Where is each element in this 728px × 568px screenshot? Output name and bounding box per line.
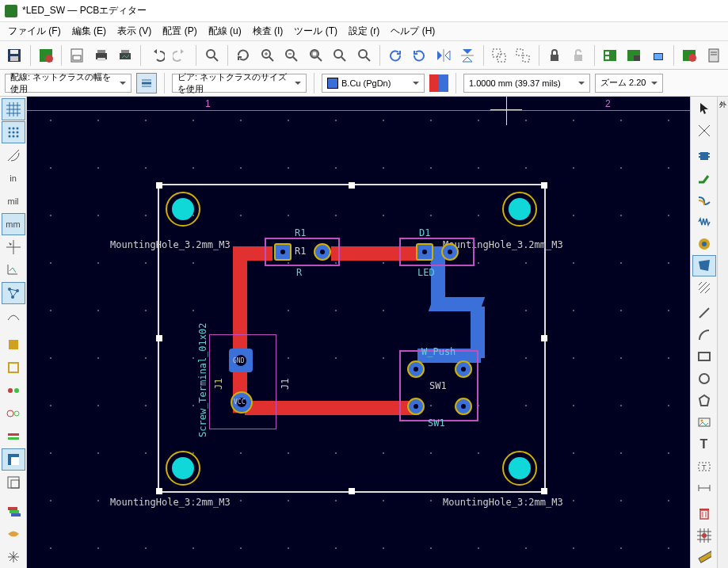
layer-select[interactable]: B.Cu (PgDn) <box>322 74 425 93</box>
units-mil-button[interactable]: mil <box>2 190 25 212</box>
menu-view[interactable]: 表示 (V) <box>112 23 156 40</box>
ungroup-button[interactable] <box>512 44 535 67</box>
track-display-button[interactable] <box>2 425 25 448</box>
mirror-h-button[interactable] <box>433 44 455 67</box>
selection-handle[interactable] <box>349 182 355 189</box>
draw-rect-tool[interactable] <box>692 346 716 368</box>
place-text-tool[interactable]: T <box>692 434 716 456</box>
mh-label: MountingHole_3.2mm_M3 <box>443 497 563 508</box>
curved-ratsnest-button[interactable] <box>2 305 25 327</box>
set-origin-tool[interactable] <box>692 525 716 547</box>
high-contrast-button[interactable] <box>2 448 25 471</box>
rotate-cw-button[interactable] <box>408 44 431 67</box>
drc-button[interactable] <box>678 44 701 67</box>
menu-place[interactable]: 配置 (P) <box>158 23 201 40</box>
board-setup-button[interactable] <box>34 44 57 67</box>
place-zone-tool[interactable] <box>692 255 716 276</box>
units-mm-button[interactable]: mm <box>2 213 25 235</box>
redo-button[interactable] <box>170 44 192 67</box>
menu-file[interactable]: ファイル (F) <box>3 23 66 40</box>
footprint-editor-button[interactable] <box>623 44 646 67</box>
pcb-canvas[interactable]: 1 2 MountingHole_3.2mm_M3 MountingHole_3… <box>27 97 690 568</box>
highlight-net-tool[interactable] <box>692 120 716 142</box>
unlock-button[interactable] <box>567 44 590 67</box>
menu-edit[interactable]: 編集 (E) <box>67 23 111 40</box>
rotate-ccw-button[interactable] <box>384 44 407 67</box>
right-panel-collapsed[interactable]: 外 <box>717 97 728 568</box>
plot-button[interactable] <box>114 44 137 67</box>
selection-handle[interactable] <box>156 182 162 189</box>
lock-button[interactable] <box>543 44 566 67</box>
find-button[interactable] <box>200 44 223 67</box>
place-via-tool[interactable] <box>692 233 716 254</box>
mounting-hole <box>166 451 200 486</box>
always-show-cursor-button[interactable] <box>2 259 25 281</box>
undo-button[interactable] <box>145 44 168 67</box>
show-zone-outlines-button[interactable] <box>2 356 25 379</box>
page-settings-button[interactable] <box>66 44 89 67</box>
zoom-select[interactable]: ズーム 2.20 <box>595 74 663 93</box>
show-grid-button[interactable] <box>2 98 25 120</box>
place-footprint-tool[interactable] <box>692 146 716 167</box>
zoom-out-button[interactable] <box>280 44 303 67</box>
layer-pair-icon[interactable] <box>429 74 448 92</box>
place-textbox-tool[interactable]: T <box>692 456 716 477</box>
menu-tools[interactable]: ツール (T) <box>289 23 342 40</box>
menu-inspect[interactable]: 検査 (I) <box>248 23 288 40</box>
draw-circle-tool[interactable] <box>692 368 716 390</box>
show-filled-zones-button[interactable] <box>2 334 25 356</box>
zoom-tool-button[interactable] <box>353 44 375 67</box>
draw-line-tool[interactable] <box>692 303 716 324</box>
cursor-shape-button[interactable] <box>2 236 25 258</box>
draw-arc-tool[interactable] <box>692 324 716 345</box>
show-grid-dots-button[interactable] <box>2 121 25 143</box>
selection-handle[interactable] <box>156 335 162 341</box>
mirror-v-button[interactable] <box>456 44 479 67</box>
delete-tool[interactable] <box>692 503 716 524</box>
units-in-button[interactable]: in <box>2 167 25 189</box>
measure-tool[interactable] <box>692 547 716 568</box>
selection-handle[interactable] <box>349 488 355 494</box>
select-tool[interactable] <box>692 98 716 120</box>
tune-length-tool[interactable] <box>692 212 716 233</box>
route-track-tool[interactable] <box>692 167 716 189</box>
net-highlight-button[interactable] <box>2 471 25 494</box>
3d-viewer-button[interactable] <box>647 44 670 67</box>
place-dimension-tool[interactable] <box>692 478 716 499</box>
grid-select[interactable]: 1.0000 mm (39.37 mils) <box>463 74 590 93</box>
r1-ref: R1 <box>295 227 306 238</box>
place-rule-area-tool[interactable] <box>692 277 716 299</box>
via-size-select[interactable]: ビア: ネットクラスのサイズを使用 <box>172 74 307 93</box>
route-diff-pair-tool[interactable] <box>692 189 716 211</box>
zoom-fit-button[interactable] <box>304 44 327 67</box>
refresh-button[interactable] <box>232 44 255 67</box>
selection-handle[interactable] <box>541 488 547 494</box>
polar-coord-button[interactable] <box>2 144 25 166</box>
svg-point-63 <box>16 128 18 130</box>
selection-handle[interactable] <box>541 335 547 341</box>
script-button[interactable] <box>703 44 726 67</box>
title-bar: *LED_SW — PCBエディター <box>0 0 728 22</box>
track-width-select[interactable]: 配線: ネットクラスの幅を使用 <box>5 74 131 93</box>
footprint-browser-button[interactable] <box>599 44 622 67</box>
draw-polygon-tool[interactable] <box>692 390 716 411</box>
save-button[interactable] <box>3 44 26 67</box>
selection-handle[interactable] <box>156 488 162 494</box>
layers-manager-button[interactable] <box>2 500 25 522</box>
svg-line-15 <box>269 57 273 61</box>
menu-route[interactable]: 配線 (u) <box>204 23 246 40</box>
track-width-auto-button[interactable] <box>136 73 157 93</box>
pad-display-button[interactable] <box>2 379 25 402</box>
print-button[interactable] <box>90 44 112 67</box>
via-display-button[interactable] <box>2 402 25 425</box>
place-image-tool[interactable] <box>692 412 716 433</box>
group-button[interactable] <box>488 44 511 67</box>
selection-handle[interactable] <box>541 182 547 189</box>
menu-help[interactable]: ヘルプ (H) <box>386 23 440 40</box>
toggle-45-button[interactable] <box>2 546 25 568</box>
menu-settings[interactable]: 設定 (r) <box>344 23 384 40</box>
show-ratsnest-button[interactable] <box>2 282 25 304</box>
flip-board-button[interactable] <box>2 523 25 545</box>
zoom-selection-button[interactable] <box>329 44 352 67</box>
zoom-in-button[interactable] <box>256 44 279 67</box>
